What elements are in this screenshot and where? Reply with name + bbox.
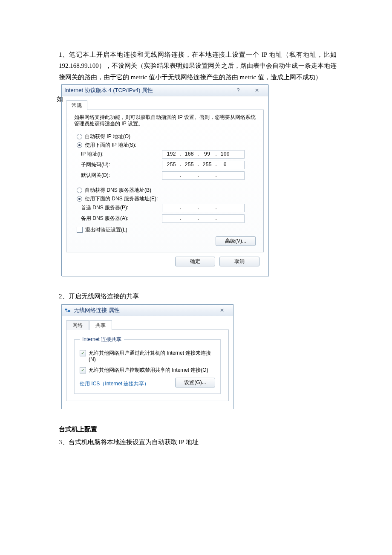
radio-auto-dns[interactable] <box>77 188 82 193</box>
description-text: 如果网络支持此功能，则可以获取自动指派的 IP 设置。否则，您需要从网络系统管理… <box>74 114 256 127</box>
network-icon <box>64 307 71 314</box>
dns1-label: 首选 DNS 服务器(P): <box>81 204 162 211</box>
heading-desktop-config: 台式机上配置 <box>59 424 337 435</box>
tab-general[interactable]: 常规 <box>66 100 87 110</box>
allow-connect-checkbox[interactable] <box>80 350 86 356</box>
ip-address-input[interactable]: 192. 168. 99. 100 <box>162 150 245 159</box>
paragraph-2: 2、开启无线网络连接的共享 <box>59 291 337 302</box>
ip-oct-1[interactable]: 192 <box>164 151 179 157</box>
dialog-titlebar: Internet 协议版本 4 (TCP/IPv4) 属性 ? ✕ <box>62 85 268 96</box>
tcpip-properties-dialog: 如 Internet 协议版本 4 (TCP/IPv4) 属性 ? ✕ 常规 如… <box>61 84 268 276</box>
radio-auto-ip-label: 自动获得 IP 地址(O) <box>85 133 130 140</box>
paragraph-1: 1、笔记本上开启本地连接和无线网络连接，在本地连接上设置一个 IP 地址（私有地… <box>59 49 337 83</box>
ip-oct-2[interactable]: 168 <box>182 151 196 157</box>
ip-address-label: IP 地址(I): <box>81 150 162 158</box>
close-icon[interactable]: ✕ <box>213 306 231 314</box>
mask-oct-4[interactable]: 0 <box>218 162 232 168</box>
gateway-input[interactable]: . . . <box>162 171 245 180</box>
dialog2-titlebar: 无线网络连接 属性 ✕ <box>62 305 233 316</box>
tab-network[interactable]: 网络 <box>66 320 89 330</box>
advanced-button[interactable]: 高级(V)... <box>216 236 256 246</box>
allow-control-label: 允许其他网络用户控制或禁用共享的 Internet 连接(O) <box>89 367 208 373</box>
mask-oct-2[interactable]: 255 <box>182 162 196 168</box>
mask-oct-3[interactable]: 255 <box>200 162 214 168</box>
gateway-label: 默认网关(D): <box>81 172 162 179</box>
subnet-mask-input[interactable]: 255. 255. 255. 0 <box>162 161 245 169</box>
radio-use-dns-label: 使用下面的 DNS 服务器地址(E): <box>85 195 158 202</box>
radio-use-ip-label: 使用下面的 IP 地址(S): <box>85 142 136 149</box>
close-icon[interactable]: ✕ <box>248 87 265 94</box>
radio-auto-dns-label: 自动获得 DNS 服务器地址(B) <box>85 187 151 194</box>
ip-oct-3[interactable]: 99 <box>200 151 214 157</box>
radio-use-dns[interactable] <box>77 196 82 202</box>
tab-sharing[interactable]: 共享 <box>89 320 112 330</box>
dns1-input[interactable]: . . . <box>162 204 245 212</box>
radio-auto-ip[interactable] <box>77 134 82 139</box>
mask-oct-1[interactable]: 255 <box>164 162 179 168</box>
allow-control-checkbox[interactable] <box>80 367 86 373</box>
dialog2-title: 无线网络连接 属性 <box>74 306 212 314</box>
dns2-input[interactable]: . . . <box>162 214 245 223</box>
validate-label: 退出时验证设置(L) <box>85 226 127 234</box>
ics-legend: Internet 连接共享 <box>80 336 124 343</box>
subnet-mask-label: 子网掩码(U): <box>81 161 162 168</box>
allow-connect-label: 允许其他网络用户通过此计算机的 Internet 连接来连接(N) <box>89 350 215 363</box>
radio-use-ip[interactable] <box>77 142 82 148</box>
settings-button[interactable]: 设置(G)... <box>175 378 215 387</box>
ics-fieldset: Internet 连接共享 允许其他网络用户通过此计算机的 Internet 连… <box>74 336 221 394</box>
wireless-properties-dialog: 无线网络连接 属性 ✕ 网络 共享 Internet 连接共享 允许其他网络用户… <box>61 304 233 409</box>
ok-button[interactable]: 确定 <box>175 257 215 266</box>
ics-link[interactable]: 使用 ICS（Internet 连接共享） <box>80 380 149 387</box>
svg-rect-0 <box>65 309 67 310</box>
cancel-button[interactable]: 取消 <box>219 257 259 266</box>
validate-checkbox[interactable] <box>77 227 83 233</box>
dialog-title: Internet 协议版本 4 (TCP/IPv4) 属性 <box>64 87 228 94</box>
paragraph-3: 3、台式机电脑将本地连接设置为自动获取 IP 地址 <box>59 436 337 448</box>
ip-oct-4[interactable]: 100 <box>218 151 232 157</box>
help-icon[interactable]: ? <box>230 87 247 94</box>
dns2-label: 备用 DNS 服务器(A): <box>81 215 162 222</box>
